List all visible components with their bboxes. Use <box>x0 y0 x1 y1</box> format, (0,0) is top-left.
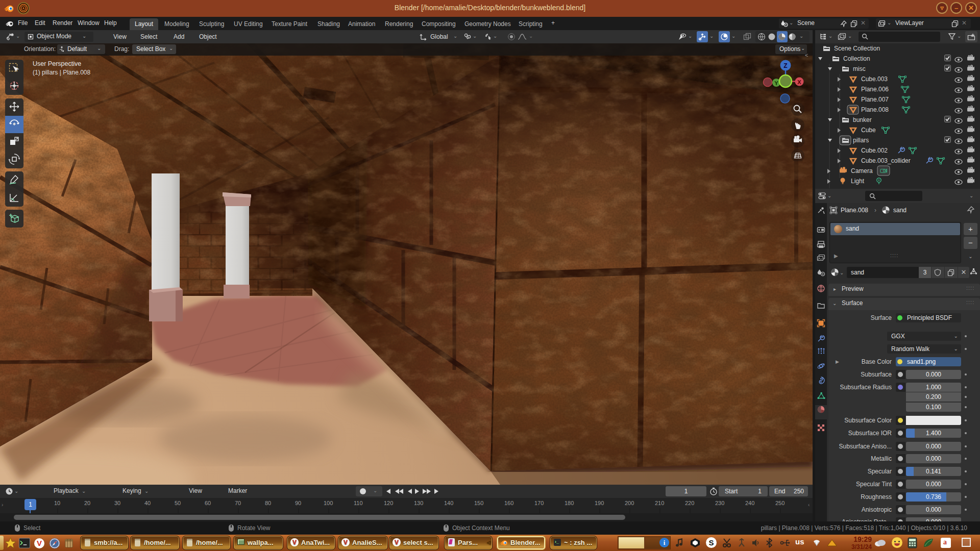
svg-text:Plane.007: Plane.007 <box>861 96 889 103</box>
svg-text:Y: Y <box>774 80 778 86</box>
svg-text:Plane.008: Plane.008 <box>861 106 889 113</box>
svg-text:Z: Z <box>783 62 787 69</box>
svg-text:Cube.003: Cube.003 <box>861 76 888 83</box>
svg-text:misc: misc <box>853 65 866 72</box>
svg-text:Light: Light <box>851 178 865 185</box>
svg-text:Collection: Collection <box>843 55 870 62</box>
svg-text:Cube.003_collider: Cube.003_collider <box>861 157 911 164</box>
svg-text:Scene Collection: Scene Collection <box>834 45 880 52</box>
svg-text:Cube.002: Cube.002 <box>861 147 888 154</box>
svg-text:Cube: Cube <box>861 127 876 134</box>
svg-text:X: X <box>797 79 801 85</box>
svg-text:Plane.006: Plane.006 <box>861 86 889 93</box>
svg-text:bunker: bunker <box>853 116 872 123</box>
svg-text:Camera: Camera <box>851 167 873 174</box>
svg-text:pillars: pillars <box>853 137 869 144</box>
